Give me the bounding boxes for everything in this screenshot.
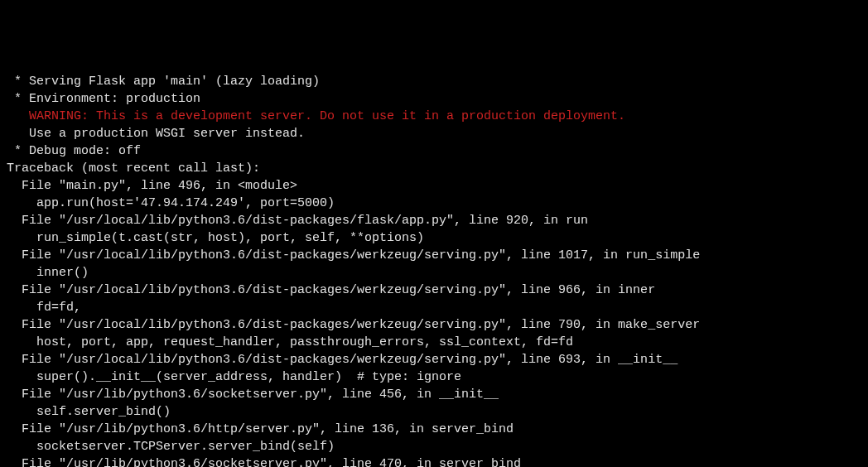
terminal-line: * Environment: production	[7, 90, 861, 108]
terminal-line: File "/usr/lib/python3.6/socketserver.py…	[7, 386, 861, 403]
terminal-line: * Debug mode: off	[7, 142, 861, 160]
terminal-line: File "main.py", line 496, in <module>	[7, 177, 861, 195]
terminal-line: File "/usr/lib/python3.6/socketserver.py…	[7, 455, 861, 467]
terminal-line: File "/usr/local/lib/python3.6/dist-pack…	[7, 316, 861, 334]
terminal-line: WARNING: This is a development server. D…	[7, 108, 861, 125]
terminal-line: File "/usr/local/lib/python3.6/dist-pack…	[7, 282, 861, 299]
terminal-line: super().__init__(server_address, handler…	[7, 368, 861, 386]
terminal-line: fd=fd,	[7, 299, 861, 316]
terminal-line: File "/usr/lib/python3.6/http/server.py"…	[7, 421, 861, 438]
terminal-line: socketserver.TCPServer.server_bind(self)	[7, 438, 861, 455]
terminal-line: host, port, app, request_handler, passth…	[7, 334, 861, 351]
terminal-line: inner()	[7, 264, 861, 282]
terminal-line: File "/usr/local/lib/python3.6/dist-pack…	[7, 212, 861, 229]
terminal-line: run_simple(t.cast(str, host), port, self…	[7, 229, 861, 247]
terminal-output[interactable]: * Serving Flask app 'main' (lazy loading…	[7, 73, 861, 467]
terminal-line: File "/usr/local/lib/python3.6/dist-pack…	[7, 351, 861, 368]
terminal-line: File "/usr/local/lib/python3.6/dist-pack…	[7, 247, 861, 264]
terminal-line: * Serving Flask app 'main' (lazy loading…	[7, 73, 861, 90]
terminal-line: self.server_bind()	[7, 403, 861, 421]
terminal-line: Use a production WSGI server instead.	[7, 125, 861, 142]
terminal-line: Traceback (most recent call last):	[7, 160, 861, 177]
terminal-line: app.run(host='47.94.174.249', port=5000)	[7, 195, 861, 212]
